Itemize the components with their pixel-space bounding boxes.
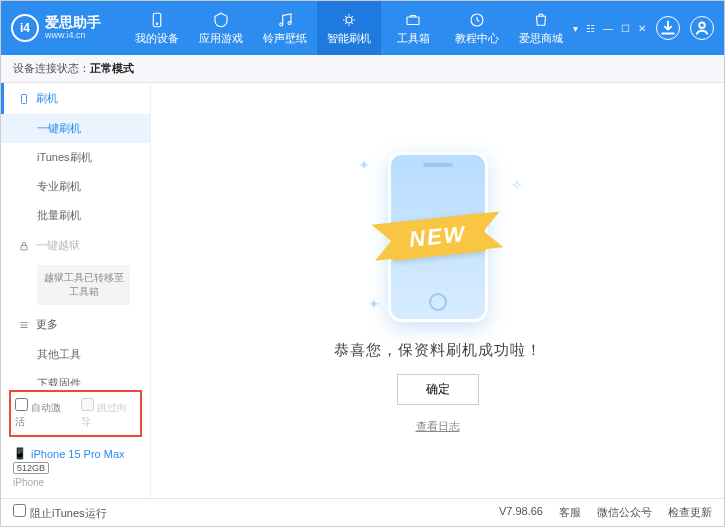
app-title: 爱思助手 xyxy=(45,15,101,30)
logo: i4 爱思助手 www.i4.cn xyxy=(11,14,125,42)
nav-item-4[interactable]: 工具箱 xyxy=(381,1,445,55)
nav-item-6[interactable]: 爱思商城 xyxy=(509,1,573,55)
sidebar-group-flash[interactable]: 刷机 xyxy=(1,83,150,114)
success-illustration: ✦ ✧ ✦ NEW xyxy=(338,147,538,327)
svg-point-2 xyxy=(280,23,283,26)
sidebar-item-flash-3[interactable]: 批量刷机 xyxy=(1,201,150,230)
view-log-link[interactable]: 查看日志 xyxy=(416,419,460,434)
nav-item-0[interactable]: 我的设备 xyxy=(125,1,189,55)
nav-item-5[interactable]: 教程中心 xyxy=(445,1,509,55)
device-info: 📱 iPhone 15 Pro Max 512GB iPhone xyxy=(1,441,150,498)
logo-icon: i4 xyxy=(11,14,39,42)
storage-badge: 512GB xyxy=(13,462,49,474)
sidebar-group-more[interactable]: 更多 xyxy=(1,309,150,340)
sidebar: 刷机 一键刷机iTunes刷机专业刷机批量刷机 一键越狱 越狱工具已转移至工具箱… xyxy=(1,83,151,498)
device-name[interactable]: 📱 iPhone 15 Pro Max xyxy=(13,447,138,460)
menu-icon[interactable]: ▾ xyxy=(573,23,578,34)
nav-icon xyxy=(404,11,422,29)
svg-point-7 xyxy=(699,23,705,29)
auto-activate-checkbox[interactable]: 自动激活 xyxy=(15,398,71,429)
flash-icon xyxy=(18,93,30,105)
app-subtitle: www.i4.cn xyxy=(45,31,101,41)
success-message: 恭喜您，保资料刷机成功啦！ xyxy=(334,341,542,360)
nav-item-3[interactable]: 智能刷机 xyxy=(317,1,381,55)
footer: 阻止iTunes运行 V7.98.66 客服 微信公众号 检查更新 xyxy=(1,498,724,526)
sidebar-item-more-1[interactable]: 下载固件 xyxy=(1,369,150,386)
nav-item-1[interactable]: 应用游戏 xyxy=(189,1,253,55)
block-itunes-checkbox[interactable]: 阻止iTunes运行 xyxy=(13,504,107,521)
options-row: 自动激活 跳过向导 xyxy=(9,390,142,437)
sidebar-item-flash-0[interactable]: 一键刷机 xyxy=(1,114,150,143)
ok-button[interactable]: 确定 xyxy=(397,374,479,405)
top-nav: 我的设备应用游戏铃声壁纸智能刷机工具箱教程中心爱思商城 xyxy=(125,1,573,55)
grid-icon[interactable]: ☷ xyxy=(586,23,595,34)
nav-icon xyxy=(276,11,294,29)
skip-guide-checkbox[interactable]: 跳过向导 xyxy=(81,398,137,429)
download-icon[interactable] xyxy=(656,16,680,40)
nav-icon xyxy=(340,11,358,29)
jailbreak-note: 越狱工具已转移至工具箱 xyxy=(37,265,130,305)
sidebar-item-flash-2[interactable]: 专业刷机 xyxy=(1,172,150,201)
sidebar-item-more-0[interactable]: 其他工具 xyxy=(1,340,150,369)
footer-link-support[interactable]: 客服 xyxy=(559,505,581,520)
main-area: ✦ ✧ ✦ NEW 恭喜您，保资料刷机成功啦！ 确定 查看日志 xyxy=(151,83,724,498)
version-label: V7.98.66 xyxy=(499,505,543,520)
nav-icon xyxy=(532,11,550,29)
lock-icon xyxy=(18,240,30,252)
maximize-icon[interactable]: ☐ xyxy=(621,23,630,34)
svg-rect-8 xyxy=(22,94,27,103)
sidebar-group-jailbreak: 一键越狱 xyxy=(1,230,150,261)
app-header: i4 爱思助手 www.i4.cn 我的设备应用游戏铃声壁纸智能刷机工具箱教程中… xyxy=(1,1,724,55)
svg-rect-9 xyxy=(21,245,27,250)
close-icon[interactable]: ✕ xyxy=(638,23,646,34)
window-controls[interactable]: ▾ ☷ — ☐ ✕ xyxy=(573,23,646,34)
footer-link-update[interactable]: 检查更新 xyxy=(668,505,712,520)
status-bar: 设备连接状态： 正常模式 xyxy=(1,55,724,83)
nav-icon xyxy=(468,11,486,29)
footer-link-wechat[interactable]: 微信公众号 xyxy=(597,505,652,520)
nav-icon xyxy=(212,11,230,29)
nav-icon xyxy=(148,11,166,29)
user-icon[interactable] xyxy=(690,16,714,40)
svg-point-4 xyxy=(346,17,352,23)
svg-point-1 xyxy=(156,23,158,25)
more-icon xyxy=(18,319,30,331)
svg-point-3 xyxy=(288,21,291,24)
sidebar-item-flash-1[interactable]: iTunes刷机 xyxy=(1,143,150,172)
status-value: 正常模式 xyxy=(90,61,134,76)
device-type: iPhone xyxy=(13,477,138,488)
phone-icon: 📱 xyxy=(13,447,27,460)
svg-rect-5 xyxy=(407,17,419,25)
status-label: 设备连接状态： xyxy=(13,61,90,76)
minimize-icon[interactable]: — xyxy=(603,23,613,34)
nav-item-2[interactable]: 铃声壁纸 xyxy=(253,1,317,55)
